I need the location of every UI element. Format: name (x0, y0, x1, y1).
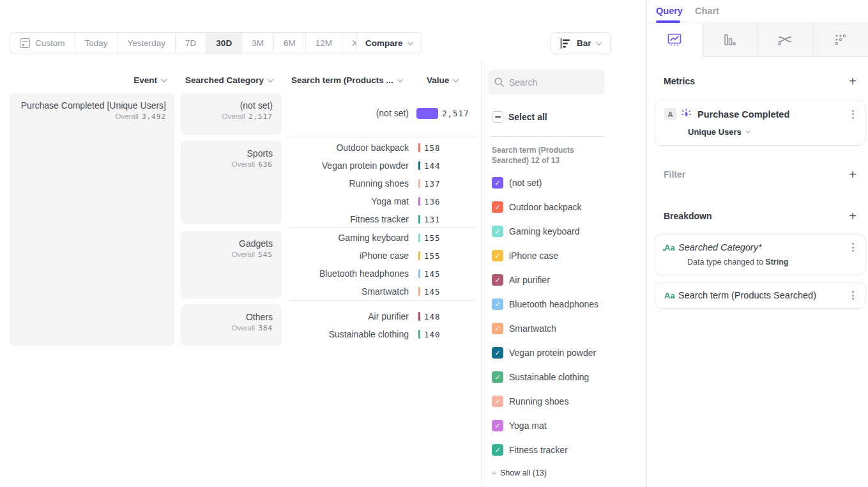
string-property-icon: Aa (664, 291, 678, 300)
chevron-down-icon (453, 76, 459, 82)
filter-item[interactable]: Fitness tracker (492, 444, 568, 456)
filter-item[interactable]: Running shoes (492, 396, 568, 407)
insights-chart-icon (667, 33, 681, 46)
checkbox-checked[interactable] (492, 298, 503, 310)
table-row[interactable]: Gaming keyboard 155 (289, 229, 476, 247)
table-row[interactable]: Yoga mat 136 (289, 192, 476, 210)
table-row[interactable]: Running shoes 137 (289, 174, 476, 192)
date-range-3m[interactable]: 3M (241, 33, 273, 54)
filter-item[interactable]: Smartwatch (492, 323, 556, 334)
category-cell[interactable]: Sports Overall636 (181, 141, 282, 224)
date-range-6m[interactable]: 6M (273, 33, 305, 54)
add-metric-button[interactable]: + (849, 76, 857, 86)
checkbox-checked[interactable] (492, 323, 503, 334)
checkbox-checked[interactable] (492, 250, 503, 261)
tab-flows-report[interactable] (758, 23, 813, 56)
tab-query-active[interactable]: Query (656, 6, 683, 16)
select-all-row[interactable]: Select all (492, 111, 547, 123)
table-row[interactable]: Air purifier 148 (289, 307, 476, 325)
value-bar (418, 269, 420, 278)
checkbox-checked[interactable] (492, 226, 503, 237)
column-header-search-term[interactable]: Search term (Products ... (291, 75, 402, 85)
checkbox-checked[interactable] (492, 347, 503, 359)
filter-item-label: Bluetooth headphones (509, 299, 598, 309)
checkbox-checked[interactable] (492, 177, 503, 189)
date-range-7d[interactable]: 7D (175, 33, 206, 54)
table-row[interactable]: Bluetooth headphones 145 (289, 265, 476, 282)
kebab-menu-icon[interactable] (848, 110, 857, 119)
filter-title: Filter (664, 169, 685, 180)
select-all-checkbox-indeterminate[interactable] (492, 111, 503, 123)
column-header-searched-category[interactable]: Searched Category (181, 75, 273, 85)
category-cell[interactable]: Gadgets Overall545 (181, 231, 282, 298)
filter-item[interactable]: iPhone case (492, 250, 558, 261)
measure-selector[interactable]: Unique Users (655, 120, 865, 145)
tab-insights-report-active[interactable] (647, 23, 703, 57)
chart-type-label: Bar (577, 38, 591, 48)
flows-icon (777, 33, 793, 46)
overall-label: Overall (232, 251, 255, 258)
breakdown-card[interactable]: Aa Search term (Products Searched) (655, 282, 865, 309)
value-bar (418, 197, 420, 206)
checkbox-checked[interactable] (492, 274, 503, 286)
date-range-label: 12M (316, 38, 332, 48)
note-text: Data type changed to (687, 258, 765, 267)
query-builder-sidebar: Query Chart (646, 0, 868, 487)
tab-retention-report[interactable] (813, 23, 868, 56)
filter-item[interactable]: Bluetooth headphones (492, 298, 598, 310)
filter-item[interactable]: Sustainable clothing (492, 371, 589, 383)
checkbox-checked[interactable] (492, 201, 503, 213)
kebab-menu-icon[interactable] (848, 243, 857, 252)
filter-item[interactable]: Yoga mat (492, 420, 547, 431)
filter-item[interactable]: Gaming keyboard (492, 226, 580, 237)
overall-value: 384 (258, 324, 273, 332)
table-row[interactable]: iPhone case 155 (289, 247, 476, 265)
breakdown-title: Breakdown (664, 211, 712, 221)
filter-item[interactable]: Vegan protein powder (492, 347, 596, 359)
filter-item-label: Outdoor backpack (509, 202, 582, 212)
column-header-event[interactable]: Event (10, 75, 166, 85)
table-row[interactable]: Fitness tracker 131 (289, 210, 476, 228)
filter-item[interactable]: (not set) (492, 177, 542, 189)
add-breakdown-button[interactable]: + (849, 211, 857, 221)
filter-item[interactable]: Air purifier (492, 274, 550, 286)
date-range-30d-selected[interactable]: 30D (206, 33, 241, 54)
filter-item-label: Air purifier (509, 275, 550, 285)
breakdown-card[interactable]: Aa Searched Category* Data type changed … (655, 234, 865, 275)
table-row[interactable]: Sustainable clothing 140 (289, 325, 476, 343)
kebab-menu-icon[interactable] (848, 291, 857, 300)
event-cell[interactable]: Purchase Completed [Unique Users] Overal… (10, 93, 175, 346)
search-box[interactable] (488, 70, 605, 95)
column-header-value[interactable]: Value (427, 75, 458, 85)
date-range-today[interactable]: Today (75, 33, 118, 54)
category-cell[interactable]: Others Overall384 (181, 304, 282, 346)
overall-value: 545 (258, 251, 273, 259)
value-bar (418, 179, 420, 188)
table-row[interactable]: Outdoor backpack 158 (289, 139, 476, 157)
chart-type-button[interactable]: Bar (551, 32, 611, 54)
date-range-12m[interactable]: 12M (305, 33, 342, 54)
table-row[interactable]: Vegan protein powder 144 (289, 157, 476, 174)
checkbox-checked[interactable] (492, 420, 503, 431)
category-cell[interactable]: (not set) Overall2,517 (181, 93, 282, 135)
tab-funnels-report[interactable] (703, 23, 758, 56)
show-all-link[interactable]: Show all (13) (492, 468, 547, 477)
date-range-custom[interactable]: Custom (10, 33, 75, 54)
filter-item-label: iPhone case (509, 251, 558, 261)
tab-chart[interactable]: Chart (695, 6, 719, 16)
filter-item[interactable]: Outdoor backpack (492, 201, 582, 213)
divider (489, 136, 605, 137)
table-row[interactable]: (not set) 2,517 (289, 104, 476, 122)
breakdown-property-name: Searched Category* (678, 242, 848, 252)
add-filter-button[interactable]: + (849, 169, 857, 180)
category-name: Others (181, 312, 273, 322)
search-input[interactable] (509, 77, 592, 88)
table-row[interactable]: Smartwatch 145 (289, 282, 476, 300)
checkbox-checked[interactable] (492, 444, 503, 456)
checkbox-checked[interactable] (492, 371, 503, 383)
metric-card[interactable]: A Purchase Completed Unique Users (655, 100, 865, 146)
date-range-yesterday[interactable]: Yesterday (118, 33, 176, 54)
event-sparkle-icon (681, 109, 692, 120)
checkbox-checked[interactable] (492, 396, 503, 407)
compare-button[interactable]: Compare (356, 32, 422, 54)
